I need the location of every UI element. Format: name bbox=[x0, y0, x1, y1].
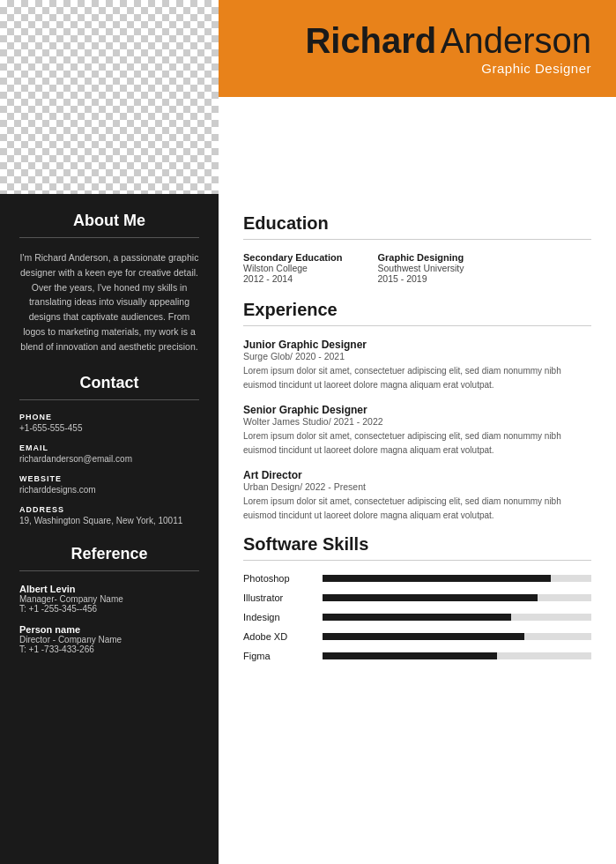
skills-items: Photoshop Illustrator Indesign Adobe XD … bbox=[243, 573, 591, 661]
skill-bar-bg-2 bbox=[323, 594, 591, 601]
skill-name-4: Adobe XD bbox=[243, 631, 314, 642]
edu-item-2: Graphic Designing Southwest University 2… bbox=[377, 252, 464, 284]
edu-years-2: 2015 - 2019 bbox=[377, 273, 464, 284]
exp-company-3: Urban Design/ 2022 - Present bbox=[243, 481, 591, 492]
exp-item-1: Junior Graphic Designer Surge Glob/ 2020… bbox=[243, 339, 591, 391]
skill-row-3: Indesign bbox=[243, 612, 591, 622]
contact-divider bbox=[19, 399, 199, 400]
about-title: About Me bbox=[19, 212, 199, 230]
skill-bar-fill-3 bbox=[323, 614, 511, 621]
skill-row-2: Illustrator bbox=[243, 592, 591, 603]
experience-title: Experience bbox=[243, 300, 591, 320]
exp-desc-1: Lorem ipsum dolor sit amet, consectetuer… bbox=[243, 364, 591, 391]
profile-photo bbox=[0, 0, 219, 194]
name-line: Richard Anderson bbox=[305, 21, 591, 61]
contact-section: PHONE +1-655-555-455 EMAIL richardanders… bbox=[19, 413, 199, 525]
exp-desc-2: Lorem ipsum dolor sit amet, consectetuer… bbox=[243, 429, 591, 457]
header-spacer bbox=[219, 97, 616, 194]
skill-name-5: Figma bbox=[243, 651, 314, 661]
about-text: I'm Richard Anderson, a passionate graph… bbox=[19, 250, 199, 354]
skill-bar-fill-4 bbox=[323, 633, 524, 640]
skill-bar-bg-3 bbox=[323, 614, 591, 621]
right-column: Richard Anderson Graphic Designer Educat… bbox=[219, 0, 616, 864]
about-divider bbox=[19, 237, 199, 238]
reference-divider bbox=[19, 570, 199, 571]
education-divider bbox=[243, 239, 591, 240]
exp-role-2: Senior Graphic Designer bbox=[243, 404, 591, 416]
ref-1-title: Manager- Company Name bbox=[19, 594, 199, 604]
skill-row-1: Photoshop bbox=[243, 573, 591, 584]
ref-2: Person name Director - Company Name T: +… bbox=[19, 624, 199, 654]
orange-bar: Richard Anderson Graphic Designer bbox=[219, 0, 616, 97]
skill-row-5: Figma bbox=[243, 651, 591, 661]
ref-1-name: Albert Levin bbox=[19, 584, 199, 594]
skills-divider bbox=[243, 560, 591, 561]
skill-bar-bg-4 bbox=[323, 633, 591, 640]
skill-name-1: Photoshop bbox=[243, 573, 314, 584]
skill-bar-bg-5 bbox=[323, 652, 591, 659]
phone-value: +1-655-555-455 bbox=[19, 423, 199, 433]
address-label: ADDRESS bbox=[19, 505, 199, 514]
job-title: Graphic Designer bbox=[305, 61, 591, 76]
left-content: About Me I'm Richard Anderson, a passion… bbox=[0, 194, 219, 864]
skill-bar-fill-1 bbox=[323, 575, 551, 582]
header-area: Richard Anderson Graphic Designer bbox=[219, 0, 616, 194]
skill-name-3: Indesign bbox=[243, 612, 314, 622]
exp-company-1: Surge Glob/ 2020 - 2021 bbox=[243, 351, 591, 361]
experience-divider bbox=[243, 325, 591, 326]
skill-bar-bg-1 bbox=[323, 575, 591, 582]
phone-label: PHONE bbox=[19, 413, 199, 421]
ref-2-phone: T: +1 -733-433-266 bbox=[19, 644, 199, 654]
edu-item-1: Secondary Education Wilston College 2012… bbox=[243, 252, 342, 284]
ref-1: Albert Levin Manager- Company Name T: +1… bbox=[19, 584, 199, 614]
exp-company-2: Wolter James Studio/ 2021 - 2022 bbox=[243, 416, 591, 427]
edu-school-2: Southwest University bbox=[377, 263, 464, 273]
exp-desc-3: Lorem ipsum dolor sit amet, consectetuer… bbox=[243, 495, 591, 522]
education-row: Secondary Education Wilston College 2012… bbox=[243, 252, 591, 284]
skill-bar-fill-2 bbox=[323, 594, 538, 601]
edu-type-2: Graphic Designing bbox=[377, 252, 464, 263]
email-label: EMAIL bbox=[19, 443, 199, 452]
skill-bar-fill-5 bbox=[323, 652, 497, 659]
education-title: Education bbox=[243, 213, 591, 234]
exp-role-3: Art Director bbox=[243, 469, 591, 481]
skill-row-4: Adobe XD bbox=[243, 631, 591, 642]
ref-1-phone: T: +1 -255-345--456 bbox=[19, 604, 199, 614]
email-value: richardanderson@email.com bbox=[19, 454, 199, 464]
website-label: WEBSITE bbox=[19, 474, 199, 483]
edu-type-1: Secondary Education bbox=[243, 252, 342, 263]
skill-name-2: Illustrator bbox=[243, 592, 314, 603]
last-name: Anderson bbox=[441, 21, 591, 60]
exp-item-2: Senior Graphic Designer Wolter James Stu… bbox=[243, 404, 591, 457]
exp-items: Junior Graphic Designer Surge Glob/ 2020… bbox=[243, 339, 591, 522]
first-name: Richard bbox=[305, 21, 436, 60]
exp-item-3: Art Director Urban Design/ 2022 - Presen… bbox=[243, 469, 591, 522]
contact-title: Contact bbox=[19, 374, 199, 392]
reference-section: Reference Albert Levin Manager- Company … bbox=[19, 545, 199, 654]
edu-school-1: Wilston College bbox=[243, 263, 342, 273]
ref-2-name: Person name bbox=[19, 624, 199, 635]
name-block: Richard Anderson Graphic Designer bbox=[305, 21, 591, 76]
skills-title: Software Skills bbox=[243, 534, 591, 555]
edu-years-1: 2012 - 2014 bbox=[243, 273, 342, 284]
address-value: 19, Washington Square, New York, 10011 bbox=[19, 516, 199, 525]
right-content: Education Secondary Education Wilston Co… bbox=[219, 194, 616, 864]
website-value: richarddesigns.com bbox=[19, 485, 199, 495]
ref-2-title: Director - Company Name bbox=[19, 635, 199, 644]
reference-title: Reference bbox=[19, 545, 199, 563]
left-column: About Me I'm Richard Anderson, a passion… bbox=[0, 0, 219, 864]
exp-role-1: Junior Graphic Designer bbox=[243, 339, 591, 351]
